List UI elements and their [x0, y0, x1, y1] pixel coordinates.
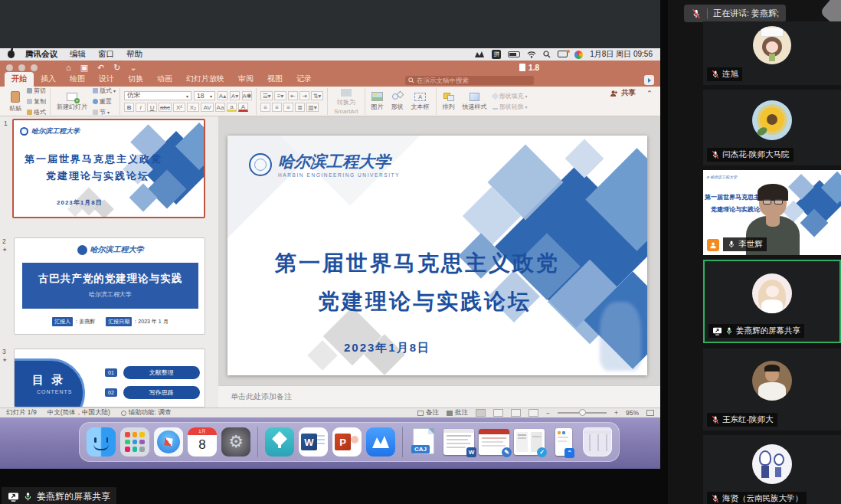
tab-animations[interactable]: 动画 — [150, 72, 179, 87]
tab-design[interactable]: 设计 — [92, 72, 121, 87]
layout-button[interactable]: 版式▾ — [93, 87, 116, 95]
undo-icon[interactable]: ↶ — [97, 64, 104, 72]
change-case-button[interactable]: Aa — [215, 103, 225, 112]
safari-icon[interactable] — [154, 427, 183, 457]
reset-button[interactable]: 重置 — [93, 97, 116, 106]
save-icon[interactable]: ▣ — [80, 64, 88, 72]
presenter-coach-icon[interactable] — [644, 75, 654, 85]
slide-thumbnail-1[interactable]: 哈尔滨工程大学 第一届世界马克思主义政党 党建理论与实践论坛 2023年1月8日 — [12, 119, 205, 218]
tab-insert[interactable]: 插入 — [34, 72, 63, 87]
zoom-level[interactable]: 95% — [626, 409, 639, 417]
minimized-web-window[interactable]: ✎ — [479, 429, 509, 455]
font-name-select[interactable]: 仿宋▾ — [124, 91, 191, 100]
zoom-out-button[interactable]: − — [546, 409, 550, 417]
copy-button[interactable]: 复制 — [27, 97, 46, 106]
shape-outline-button[interactable]: 形状轮廓▾ — [492, 103, 528, 111]
minimize-window-button[interactable] — [18, 64, 25, 71]
minimized-doc-window[interactable]: ✓ — [514, 429, 545, 455]
superscript-button[interactable]: X² — [173, 103, 185, 112]
quick-styles-button[interactable]: 快速样式 — [460, 93, 489, 111]
meeting-logo-icon[interactable] — [474, 51, 485, 58]
character-spacing-button[interactable]: AV — [201, 103, 214, 112]
notes-pane[interactable]: 单击此处添加备注 — [218, 385, 660, 407]
participant-tile[interactable]: 闫杰花-陕师大马院 — [703, 90, 841, 165]
font-color-button[interactable]: A — [238, 103, 248, 112]
language-indicator[interactable]: 中文(简体，中国大陆) — [47, 408, 110, 417]
trash-icon[interactable] — [583, 427, 612, 457]
reading-view-button[interactable] — [511, 409, 521, 417]
word-icon[interactable]: W — [299, 427, 328, 457]
battery-icon[interactable] — [508, 51, 520, 57]
close-window-button[interactable] — [6, 64, 13, 71]
main-slide-canvas[interactable]: 哈尔滨工程大学 HARBIN ENGINEERING UNIVERSITY — [227, 136, 647, 375]
italic-button[interactable]: I — [136, 103, 146, 112]
textbox-button[interactable]: A 文本框 — [409, 93, 432, 111]
slide-thumbnail-2[interactable]: 哈尔滨工程大学 古巴共产党的党建理论与实践 哈尔滨工程大学 汇报人：姜燕辉 汇报… — [14, 237, 205, 335]
align-center-button[interactable]: ≡ — [272, 103, 282, 112]
subscript-button[interactable]: X₂ — [187, 103, 199, 112]
bullets-button[interactable]: ☰▾ — [260, 91, 273, 100]
menubar-app-name[interactable]: 腾讯会议 — [25, 49, 57, 60]
home-icon[interactable]: ⌂ — [66, 64, 71, 72]
justify-button[interactable]: ≣ — [295, 103, 305, 112]
wifi-icon[interactable] — [527, 51, 536, 58]
fit-to-window-icon[interactable] — [646, 410, 654, 416]
search-input[interactable] — [417, 77, 524, 84]
new-slide-button[interactable]: + 新建幻灯片 — [54, 93, 90, 111]
input-source-icon[interactable]: 拼 — [492, 50, 501, 59]
zoom-in-button[interactable]: + — [614, 409, 618, 417]
slide-thumbnail-3[interactable]: 目 录 CONTENTS 01 文献整理 02 写作思路 — [14, 349, 205, 407]
collapse-ribbon-icon[interactable]: ⌃ — [646, 89, 653, 97]
presentation-search-box[interactable] — [405, 76, 534, 85]
paste-button[interactable]: 粘贴 — [7, 91, 24, 113]
powerpoint-icon[interactable]: P — [332, 427, 362, 457]
picture-button[interactable]: 图片 — [369, 92, 386, 111]
calendar-icon[interactable]: 1月 8 — [188, 427, 217, 457]
notes-toggle[interactable]: 备注 — [417, 408, 439, 417]
bold-button[interactable]: B — [124, 103, 134, 112]
share-button[interactable]: 共享 ⌃ — [610, 88, 653, 98]
convert-to-smartart-button[interactable]: 转换为SmartArt — [332, 89, 361, 115]
tab-home[interactable]: 开始 — [5, 72, 34, 87]
clear-formatting-button[interactable]: A✱ — [242, 91, 252, 100]
tab-view[interactable]: 视图 — [260, 72, 290, 87]
zoom-slider[interactable] — [558, 412, 607, 414]
cut-button[interactable]: 剪切 — [27, 87, 46, 95]
accessibility-status[interactable]: 辅助功能: 调查 — [121, 408, 172, 417]
tab-transitions[interactable]: 切换 — [121, 72, 150, 87]
align-right-button[interactable]: ≡ — [283, 103, 293, 112]
menu-edit[interactable]: 编辑 — [70, 49, 86, 60]
menu-window[interactable]: 窗口 — [98, 49, 114, 60]
line-spacing-button[interactable]: ⇅▾ — [311, 91, 323, 100]
section-button[interactable]: 节▾ — [93, 108, 116, 116]
numbering-button[interactable]: ≡▾ — [274, 91, 286, 100]
zoom-window-button[interactable] — [31, 64, 38, 71]
normal-view-button[interactable] — [476, 409, 486, 417]
minimized-word-window[interactable]: W — [443, 429, 474, 455]
minimized-phone-window[interactable]: ⌃ — [555, 428, 572, 456]
format-painter-button[interactable]: 格式 — [27, 108, 46, 116]
font-size-select[interactable]: 18▾ — [194, 91, 215, 100]
tencent-meeting-icon[interactable] — [366, 427, 395, 457]
increase-indent-button[interactable]: ⇥ — [299, 91, 309, 100]
zoom-slider-handle[interactable] — [579, 409, 586, 416]
participant-tile-active[interactable]: 姜燕辉的屏幕共享 — [703, 260, 841, 343]
participant-tile[interactable]: ~~~ 海贤（云南民族大学） — [703, 435, 841, 504]
tab-review[interactable]: 审阅 — [231, 72, 260, 87]
grow-font-button[interactable]: A▴ — [218, 91, 227, 100]
underline-button[interactable]: U — [147, 103, 157, 112]
shrink-font-button[interactable]: A▾ — [230, 91, 240, 100]
tab-slideshow[interactable]: 幻灯片放映 — [179, 72, 231, 87]
apple-menu-icon[interactable] — [8, 51, 15, 58]
comments-toggle[interactable]: 批注 — [447, 408, 468, 417]
slide-sorter-view-button[interactable] — [493, 409, 503, 417]
arrange-button[interactable]: 排列 — [440, 93, 457, 111]
display-icon[interactable] — [558, 50, 568, 59]
participant-tile-video[interactable]: ⊕ 哈尔滨工程大学 第一届世界马克思主义 党建理论与实践论坛 李世辉 — [703, 170, 841, 255]
columns-button[interactable]: ▥▾ — [306, 103, 319, 112]
tab-record[interactable]: 记录 — [290, 72, 319, 87]
toolbar-more-icon[interactable]: ⌄ — [130, 64, 137, 72]
menubar-clock[interactable]: 1月8日 周日 09:56 — [590, 49, 653, 60]
study-app-icon[interactable] — [265, 427, 294, 457]
caj-file-icon[interactable]: CAJ — [410, 427, 439, 457]
